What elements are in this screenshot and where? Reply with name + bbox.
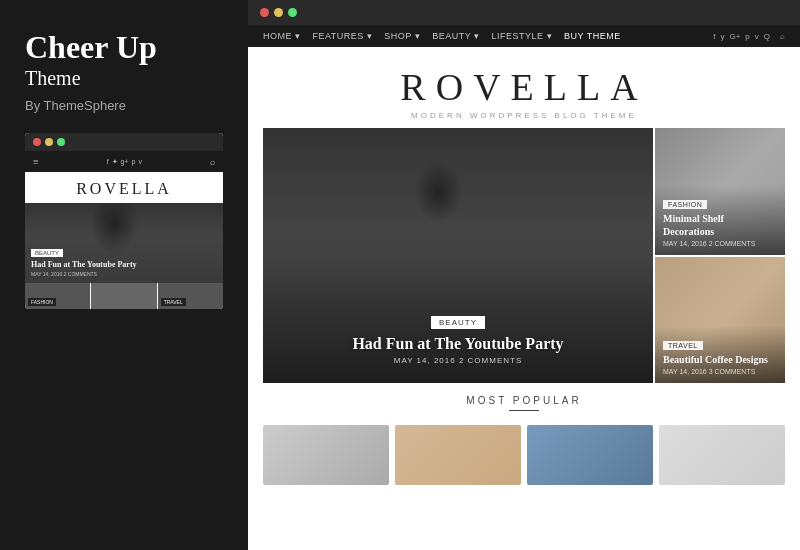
- mini-hero-meta: MAY 14, 2016 2 COMMENTS: [31, 271, 217, 277]
- side-item-2[interactable]: TRAVEL Beautiful Coffee Designs MAY 14, …: [655, 257, 785, 384]
- mini-social-v: v: [138, 158, 142, 166]
- thumb-item-2[interactable]: [395, 425, 521, 485]
- nav-beauty[interactable]: BEAUTY ▾: [432, 31, 479, 41]
- most-popular-section: MOST POPULAR: [248, 383, 800, 417]
- social-g: G+: [729, 32, 740, 41]
- featured-meta: MAY 14, 2016 2 COMMENTS: [263, 356, 653, 365]
- site-content: ROVELLA MODERN WORDPRESS BLOG THEME BEAU…: [248, 47, 800, 485]
- social-f: f: [713, 32, 715, 41]
- mini-bottom-item-1: FASHION: [25, 283, 90, 309]
- browser-chrome: [248, 0, 800, 25]
- social-q: Q: [764, 32, 770, 41]
- mini-dot-yellow: [45, 138, 53, 146]
- thumb-item-3[interactable]: [527, 425, 653, 485]
- side-title-2: Beautiful Coffee Designs: [663, 353, 777, 366]
- side-badge-1: FASHION: [663, 200, 707, 209]
- nav-search-icon[interactable]: ⌕: [780, 32, 785, 41]
- mini-bottom-item-3: TRAVEL: [158, 283, 223, 309]
- featured-category-badge: BEAUTY: [431, 316, 485, 329]
- featured-title: Had Fun at The Youtube Party: [263, 335, 653, 353]
- chrome-dot-green: [288, 8, 297, 17]
- mini-social-g: g+: [121, 158, 129, 166]
- side-title-1: Minimal Shelf Decorations: [663, 212, 777, 238]
- side-item-2-overlay: TRAVEL Beautiful Coffee Designs MAY 14, …: [655, 326, 785, 383]
- nav-lifestyle[interactable]: LIFESTYLE ▾: [492, 31, 553, 41]
- thumbnail-row: [248, 417, 800, 485]
- mini-bottom-row: FASHION TRAVEL: [25, 283, 223, 309]
- side-badge-2: TRAVEL: [663, 341, 703, 350]
- mini-hero-title: Had Fun at The Youtube Party: [31, 260, 217, 270]
- nav-social: f y G+ p v Q ⌕: [713, 32, 785, 41]
- nav-home[interactable]: HOME ▾: [263, 31, 301, 41]
- site-tagline: MODERN WORDPRESS BLOG THEME: [258, 111, 790, 120]
- most-popular-label: MOST POPULAR: [263, 395, 785, 406]
- mini-dot-red: [33, 138, 41, 146]
- theme-author: By ThemeSphere: [25, 98, 223, 113]
- site-logo-area: ROVELLA MODERN WORDPRESS BLOG THEME: [248, 47, 800, 128]
- sidebar: Cheer Up Theme By ThemeSphere ≡ f ✦ g+ p…: [0, 0, 248, 550]
- social-p: p: [745, 32, 749, 41]
- mini-social-t: ✦: [112, 158, 118, 166]
- nav-features[interactable]: FEATURES ▾: [313, 31, 373, 41]
- mini-logo: ROVELLA: [30, 180, 218, 198]
- mini-preview-window: ≡ f ✦ g+ p v ⌕ ROVELLA BEAUTY Had Fun at…: [25, 133, 223, 309]
- mini-hero: BEAUTY Had Fun at The Youtube Party MAY …: [25, 203, 223, 283]
- mini-fashion-badge: FASHION: [28, 298, 56, 306]
- most-popular-divider: [509, 410, 539, 411]
- side-item-1[interactable]: FASHION Minimal Shelf Decorations MAY 14…: [655, 128, 785, 255]
- mini-search-icon: ⌕: [210, 157, 215, 167]
- side-meta-1: MAY 14, 2016 2 COMMENTS: [663, 240, 777, 247]
- mini-nav: ≡ f ✦ g+ p v ⌕: [25, 151, 223, 172]
- mini-hero-overlay: BEAUTY Had Fun at The Youtube Party MAY …: [31, 241, 217, 278]
- nav-links: HOME ▾ FEATURES ▾ SHOP ▾ BEAUTY ▾ LIFEST…: [263, 31, 621, 41]
- mini-bottom-item-2: [91, 283, 156, 309]
- featured-overlay: BEAUTY Had Fun at The Youtube Party MAY …: [263, 311, 653, 365]
- chrome-dot-yellow: [274, 8, 283, 17]
- side-item-1-overlay: FASHION Minimal Shelf Decorations MAY 14…: [655, 185, 785, 255]
- mini-social-p: p: [132, 158, 136, 166]
- nav-shop[interactable]: SHOP ▾: [384, 31, 420, 41]
- nav-buy-theme[interactable]: BUY THEME: [564, 31, 621, 41]
- social-y: y: [720, 32, 724, 41]
- chrome-dot-red: [260, 8, 269, 17]
- mini-travel-badge: TRAVEL: [161, 298, 186, 306]
- featured-main-item[interactable]: BEAUTY Had Fun at The Youtube Party MAY …: [263, 128, 653, 383]
- social-v: v: [755, 32, 759, 41]
- side-meta-2: MAY 14, 2016 3 COMMENTS: [663, 368, 777, 375]
- theme-title: Cheer Up: [25, 30, 223, 65]
- thumb-item-1[interactable]: [263, 425, 389, 485]
- mini-logo-area: ROVELLA: [25, 172, 223, 203]
- main-content: HOME ▾ FEATURES ▾ SHOP ▾ BEAUTY ▾ LIFEST…: [248, 0, 800, 550]
- mini-hamburger-icon: ≡: [33, 156, 39, 167]
- site-logo: ROVELLA: [258, 65, 790, 109]
- site-nav: HOME ▾ FEATURES ▾ SHOP ▾ BEAUTY ▾ LIFEST…: [248, 25, 800, 47]
- mini-hero-badge: BEAUTY: [31, 249, 63, 257]
- mini-titlebar: [25, 133, 223, 151]
- mini-social-f: f: [107, 158, 109, 166]
- thumb-item-4[interactable]: [659, 425, 785, 485]
- featured-grid: BEAUTY Had Fun at The Youtube Party MAY …: [248, 128, 800, 383]
- theme-subtitle: Theme: [25, 67, 223, 90]
- mini-dot-green: [57, 138, 65, 146]
- mini-social-icons: f ✦ g+ p v: [107, 158, 142, 166]
- featured-sidebar: FASHION Minimal Shelf Decorations MAY 14…: [655, 128, 785, 383]
